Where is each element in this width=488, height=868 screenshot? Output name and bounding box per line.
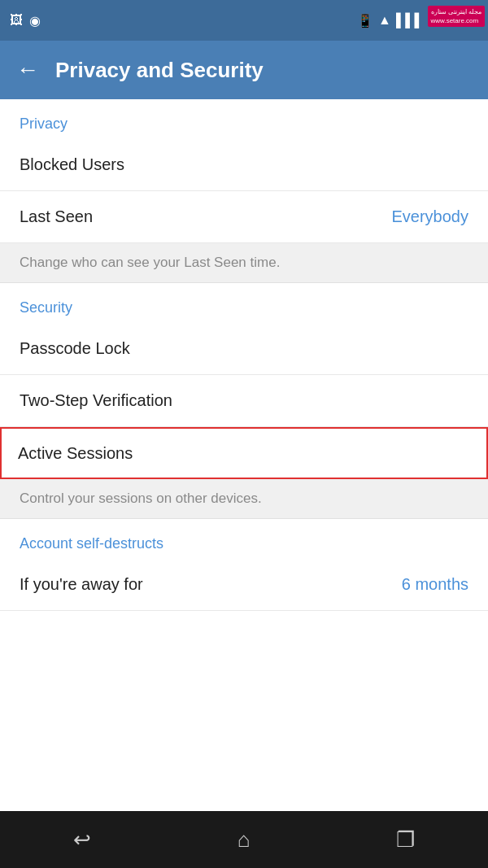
nav-home-icon[interactable]: ⌂ xyxy=(237,827,251,853)
status-bar-right: 📱 ▲ ▌▌▌ ▮ 22:42 مجله اینترنتی ستاره www.… xyxy=(357,12,478,29)
back-button[interactable]: ← xyxy=(16,59,39,81)
away-for-label: If you're away for xyxy=(20,575,143,594)
two-step-item[interactable]: Two-Step Verification xyxy=(0,375,488,427)
signal-icon: ▌▌▌ xyxy=(396,13,424,28)
phone-icon: 📱 xyxy=(357,13,373,28)
watermark: مجله اینترنتی ستاره www.setare.com xyxy=(428,6,485,27)
last-seen-item[interactable]: Last Seen Everybody xyxy=(0,191,488,243)
away-for-value: 6 months xyxy=(402,575,468,594)
two-step-label: Two-Step Verification xyxy=(20,391,172,410)
passcode-lock-item[interactable]: Passcode Lock xyxy=(0,323,488,375)
nav-recent-icon[interactable]: ❐ xyxy=(396,827,415,853)
blocked-users-item[interactable]: Blocked Users xyxy=(0,139,488,191)
blocked-users-label: Blocked Users xyxy=(20,155,124,174)
last-seen-description: Change who can see your Last Seen time. xyxy=(0,243,488,283)
image-icon: 🖼 xyxy=(10,13,23,28)
status-bar-left: 🖼 ◉ xyxy=(10,13,41,28)
wifi-icon: ▲ xyxy=(378,13,391,28)
passcode-lock-label: Passcode Lock xyxy=(20,339,130,358)
account-selfdestructs-header: Account self-destructs xyxy=(0,519,488,559)
content-area: Privacy Blocked Users Last Seen Everybod… xyxy=(0,99,488,811)
last-seen-label: Last Seen xyxy=(20,207,93,226)
toolbar: ← Privacy and Security xyxy=(0,41,488,99)
security-section-header: Security xyxy=(0,283,488,323)
active-sessions-item[interactable]: Active Sessions xyxy=(0,427,488,479)
nav-bar: ↩ ⌂ ❐ xyxy=(0,811,488,868)
location-icon: ◉ xyxy=(29,13,41,28)
active-sessions-description: Control your sessions on other devices. xyxy=(0,479,488,519)
away-for-item[interactable]: If you're away for 6 months xyxy=(0,559,488,611)
last-seen-value: Everybody xyxy=(392,207,469,226)
active-sessions-label: Active Sessions xyxy=(18,444,133,463)
status-bar: 🖼 ◉ 📱 ▲ ▌▌▌ ▮ 22:42 مجله اینترنتی ستاره … xyxy=(0,0,488,41)
privacy-section-header: Privacy xyxy=(0,99,488,139)
nav-back-icon[interactable]: ↩ xyxy=(73,827,91,853)
page-title: Privacy and Security xyxy=(55,58,264,83)
